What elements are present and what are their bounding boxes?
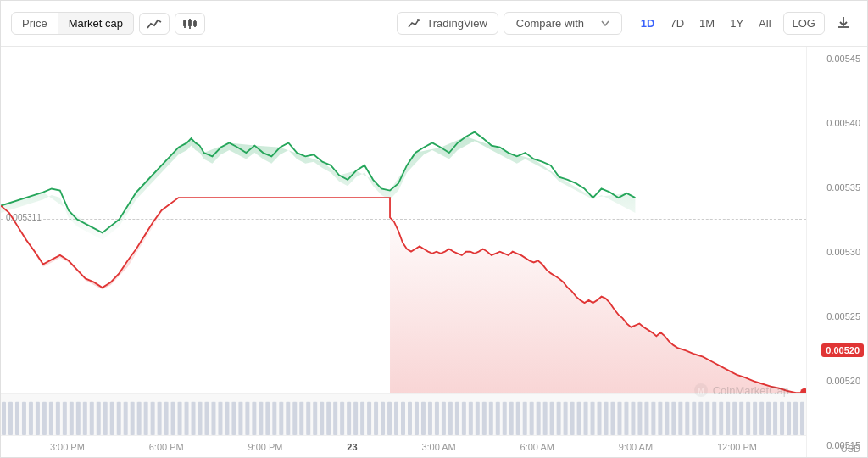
current-price-badge: 0.00520	[821, 344, 864, 357]
svg-rect-5	[194, 22, 196, 25]
volume-area	[1, 393, 806, 435]
compare-button[interactable]: Compare with	[504, 12, 622, 35]
y-label-4: 0.00525	[810, 311, 860, 321]
green-price-line	[1, 132, 635, 233]
volume-bars	[1, 394, 806, 435]
x-label-2: 9:00 PM	[248, 442, 283, 452]
x-label-3: 23	[347, 442, 357, 452]
candle-chart-icon[interactable]	[175, 13, 205, 35]
coinmarketcap-watermark: M CoinMarketCap	[693, 383, 789, 398]
y-label-2: 0.00535	[810, 182, 860, 193]
watermark-text: CoinMarketCap	[713, 384, 789, 397]
y-label-1: 0.00540	[810, 118, 860, 128]
period-1d[interactable]: 1D	[634, 13, 662, 34]
x-label-5: 6:00 AM	[520, 442, 554, 452]
toolbar: Price Market cap TradingView Compare wit…	[1, 1, 867, 47]
chart-svg-container	[1, 47, 806, 406]
y-label-3: 0.00530	[810, 247, 860, 257]
period-all[interactable]: All	[752, 13, 777, 34]
y-axis: 0.00545 0.00540 0.00535 0.00530 0.00525 …	[806, 47, 867, 457]
y-label-5: 0.00520	[810, 376, 860, 386]
y-label-0: 0.00545	[810, 53, 860, 64]
x-axis: 3:00 PM 6:00 PM 9:00 PM 23 3:00 AM 6:00 …	[1, 435, 806, 457]
period-1m[interactable]: 1M	[693, 13, 721, 34]
line-chart-icon[interactable]	[139, 13, 170, 35]
tradingview-label: TradingView	[426, 17, 487, 30]
period-group: 1D 7D 1M 1Y All	[634, 13, 778, 34]
chart-main: 0.005311	[1, 47, 806, 457]
usd-currency-label: USD	[841, 444, 860, 454]
volume-chart-svg	[1, 394, 806, 435]
x-label-4: 3:00 AM	[421, 442, 455, 452]
tab-price[interactable]: Price	[11, 12, 58, 35]
x-label-0: 3:00 PM	[50, 442, 85, 452]
cmc-logo-icon: M	[693, 383, 709, 398]
download-button[interactable]	[830, 11, 857, 36]
period-1y[interactable]: 1Y	[723, 13, 750, 34]
chart-area: 0.005311	[1, 47, 867, 457]
svg-rect-3	[189, 20, 191, 25]
view-tabs: Price Market cap	[11, 12, 134, 35]
red-fill-area-right	[390, 217, 804, 406]
x-label-7: 12:00 PM	[717, 442, 757, 452]
x-label-6: 9:00 AM	[619, 442, 653, 452]
period-7d[interactable]: 7D	[663, 13, 691, 34]
price-chart-svg	[1, 47, 806, 406]
green-fill-area	[1, 137, 635, 240]
tradingview-button[interactable]: TradingView	[397, 12, 498, 35]
chart-container: Price Market cap TradingView Compare wit…	[0, 0, 868, 458]
tab-marketcap[interactable]: Market cap	[58, 12, 134, 35]
log-button[interactable]: LOG	[783, 12, 825, 35]
x-label-1: 6:00 PM	[149, 442, 184, 452]
svg-text:M: M	[698, 387, 704, 395]
svg-rect-1	[184, 21, 186, 25]
compare-label: Compare with	[516, 17, 584, 30]
